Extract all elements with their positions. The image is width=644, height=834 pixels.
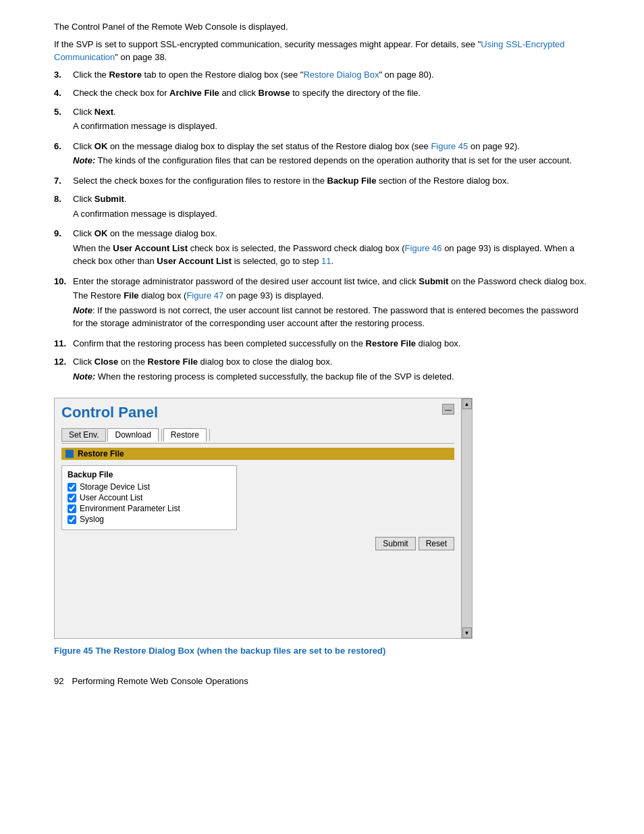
step-12: 12. Click Close on the Restore File dial… (54, 355, 590, 384)
intro-line1: The Control Panel of the Remote Web Cons… (54, 20, 590, 34)
step-11-content: Confirm that the restoring process has b… (73, 337, 590, 350)
tab-download[interactable]: Download (107, 428, 158, 442)
step-12-num: 12. (54, 355, 73, 369)
section-header-label: Restore File (78, 449, 124, 459)
step-12-content: Click Close on the Restore File dialog b… (73, 355, 590, 384)
step-5: 5. Click Next. A confirmation message is… (54, 105, 590, 134)
step-7: 7. Select the check boxes for the config… (54, 174, 590, 188)
step-4-content: Check the check box for Archive File and… (73, 86, 590, 100)
tab-separator (161, 429, 162, 441)
section-header: Restore File (61, 448, 454, 460)
cp-extra-space (61, 550, 454, 631)
checkbox-syslog-label: Syslog (80, 515, 104, 524)
step-9-content: Click OK on the message dialog box. When… (73, 227, 590, 269)
ssl-link[interactable]: Using SSL-Encrypted Communication (54, 39, 565, 63)
footer-text: Performing Remote Web Console Operations (72, 676, 248, 686)
cp-buttons: Submit Reset (61, 537, 454, 550)
step-11-num: 11. (54, 337, 73, 350)
checkbox-syslog: Syslog (68, 515, 231, 524)
section-icon (65, 450, 74, 458)
checkbox-user-input[interactable] (68, 494, 76, 502)
step-4: 4. Check the check box for Archive File … (54, 86, 590, 100)
page-number: 92 (54, 676, 63, 686)
cp-tabs: Set Env. Download Restore (61, 428, 454, 444)
step-10-num: 10. (54, 275, 73, 288)
tab-restore[interactable]: Restore (163, 428, 207, 442)
tab-separator-2 (209, 429, 210, 441)
step-8-content: Click Submit. A confirmation message is … (73, 192, 590, 221)
cp-minimize-btn[interactable]: — (442, 404, 454, 415)
cp-header-row: Control Panel — (61, 404, 454, 425)
figure45-link[interactable]: Figure 45 (431, 141, 468, 151)
intro-line2: If the SVP is set to support SSL-encrypt… (54, 38, 590, 64)
step-3-num: 3. (54, 68, 73, 82)
checkbox-user: User Account List (68, 493, 231, 502)
step-5-content: Click Next. A confirmation message is di… (73, 105, 590, 134)
steps-list: 3. Click the Restore tab to open the Res… (54, 68, 590, 385)
step-9: 9. Click OK on the message dialog box. W… (54, 227, 590, 269)
scroll-down-arrow[interactable]: ▼ (462, 627, 472, 638)
step-8: 8. Click Submit. A confirmation message … (54, 192, 590, 221)
page-footer: 92 Performing Remote Web Console Operati… (54, 669, 590, 686)
step-8-num: 8. (54, 192, 73, 206)
content-area: The Control Panel of the Remote Web Cons… (54, 20, 590, 686)
step11-link[interactable]: 11 (321, 256, 331, 266)
checkbox-storage: Storage Device List (68, 482, 231, 492)
figure47-link[interactable]: Figure 47 (186, 290, 223, 301)
cp-title: Control Panel (61, 404, 158, 421)
scroll-up-arrow[interactable]: ▲ (462, 398, 472, 409)
step-4-num: 4. (54, 86, 73, 100)
backup-file-box: Backup File Storage Device List User Acc… (61, 465, 237, 530)
submit-button[interactable]: Submit (375, 537, 415, 550)
checkbox-user-label: User Account List (80, 493, 142, 502)
backup-file-title: Backup File (68, 470, 231, 479)
figure-caption: Figure 45 The Restore Dialog Box (when t… (54, 646, 590, 656)
checkbox-syslog-input[interactable] (68, 515, 76, 524)
step-9-num: 9. (54, 227, 73, 240)
step-3: 3. Click the Restore tab to open the Res… (54, 68, 590, 82)
checkbox-env-input[interactable] (68, 504, 76, 513)
step-7-num: 7. (54, 174, 73, 188)
checkbox-storage-label: Storage Device List (80, 482, 150, 492)
scrollbar[interactable]: ▲ ▼ (461, 398, 472, 638)
step-5-num: 5. (54, 105, 73, 119)
control-panel-inner: Control Panel — Set Env. Download Restor… (55, 398, 461, 638)
figure-screenshot: ▲ ▼ Control Panel — Set Env. Download Re… (54, 398, 473, 639)
step-10-content: Enter the storage administrator password… (73, 275, 590, 332)
restore-dialog-link[interactable]: Restore Dialog Box (303, 70, 379, 80)
step-7-content: Select the check boxes for the configura… (73, 174, 590, 188)
step-3-content: Click the Restore tab to open the Restor… (73, 68, 590, 82)
checkbox-env: Environment Parameter List (68, 504, 231, 513)
step-6-num: 6. (54, 140, 73, 153)
checkbox-env-label: Environment Parameter List (80, 504, 180, 513)
step-10: 10. Enter the storage administrator pass… (54, 275, 590, 332)
tab-set-env[interactable]: Set Env. (61, 428, 106, 442)
checkbox-storage-input[interactable] (68, 483, 76, 492)
step-6-content: Click OK on the message dialog box to di… (73, 140, 590, 169)
reset-button[interactable]: Reset (419, 537, 454, 550)
step-6: 6. Click OK on the message dialog box to… (54, 140, 590, 169)
figure46-link[interactable]: Figure 46 (405, 243, 442, 253)
step-11: 11. Confirm that the restoring process h… (54, 337, 590, 350)
